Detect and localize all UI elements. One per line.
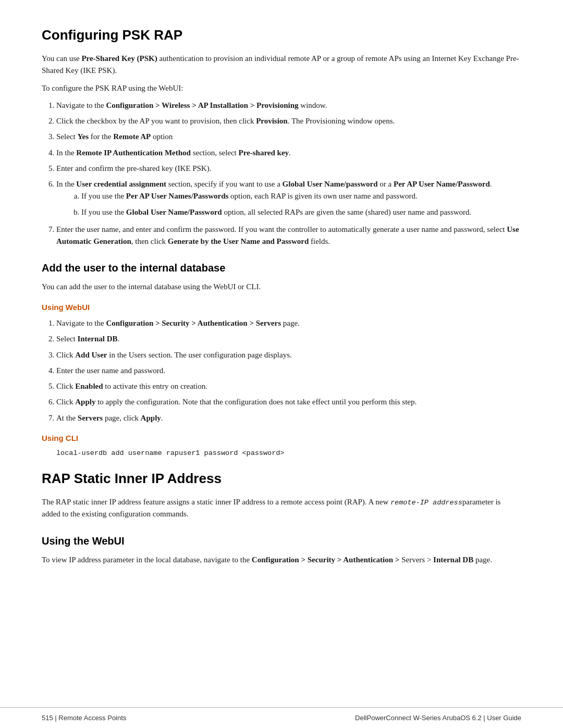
add-user-cli-title: Using CLI — [42, 433, 521, 445]
add-user-step-1: Navigate to the Configuration > Security… — [56, 317, 521, 329]
step-2: Click the checkbox by the AP you want to… — [56, 115, 521, 127]
footer-right: DellPowerConnect W-Series ArubaOS 6.2 | … — [355, 713, 521, 723]
add-user-step-6: Click Apply to apply the configuration. … — [56, 396, 521, 408]
step6-bold2: Global User Name/password — [283, 180, 378, 188]
step4-bold1: Remote IP Authentication Method — [76, 149, 191, 157]
au-step5-bold: Enabled — [75, 382, 103, 390]
step-1: Navigate to the Configuration > Wireless… — [56, 100, 521, 112]
rap-webui-bold: Configuration > Security > Authenticatio… — [252, 556, 400, 564]
step1-bold: Configuration > Wireless > AP Installati… — [106, 101, 298, 109]
psk-steps-list: Navigate to the Configuration > Wireless… — [56, 100, 521, 248]
step-5: Enter and confirm the pre-shared key (IK… — [56, 163, 521, 175]
add-user-step-4: Enter the user name and password. — [56, 365, 521, 377]
step3-bold2: Remote AP — [113, 132, 151, 141]
step6b-bold: Global User Name/Password — [126, 208, 222, 216]
configuring-psk-rap-section: Configuring PSK RAP You can use Pre-Shar… — [42, 25, 521, 248]
step3-bold1: Yes — [77, 132, 89, 141]
page-container: Configuring PSK RAP You can use Pre-Shar… — [0, 0, 563, 728]
rap-static-intro: The RAP static inner IP address feature … — [42, 496, 521, 521]
add-user-webui-title: Using WebUI — [42, 302, 521, 314]
add-user-step-5: Click Enabled to activate this entry on … — [56, 380, 521, 392]
rap-italic: remote-IP address — [390, 499, 462, 507]
add-user-intro: You can add the user to the internal dat… — [42, 281, 521, 293]
psk-bold: Pre-Shared Key (PSK) — [81, 54, 157, 63]
step-6: In the User credential assignment sectio… — [56, 178, 521, 218]
cli-code-block: local-userdb add username rapuser1 passw… — [56, 448, 521, 459]
step6a: If you use the Per AP User Names/Passwor… — [81, 190, 521, 202]
step6a-bold: Per AP User Names/Passwords — [126, 192, 229, 200]
rap-static-title: RAP Static Inner IP Address — [42, 468, 521, 489]
step7-bold2: Generate by the User Name and Password — [168, 237, 309, 245]
add-user-step-7: At the Servers page, click Apply. — [56, 412, 521, 424]
au-step1-bold: Configuration > Security > Authenticatio… — [106, 319, 281, 327]
page-footer: 515 | Remote Access Points DellPowerConn… — [0, 707, 563, 729]
page-title: Configuring PSK RAP — [42, 25, 521, 45]
au-step6-bold: Apply — [75, 398, 95, 406]
rap-static-webui-text: To view IP address parameter in the loca… — [42, 554, 521, 566]
au-step7-bold1: Servers — [78, 414, 103, 422]
rap-webui-bold2: Internal DB — [433, 556, 473, 564]
step-7: Enter the user name, and enter and confi… — [56, 224, 521, 248]
rap-static-webui-title: Using the WebUI — [42, 533, 521, 549]
add-user-title: Add the user to the internal database — [42, 260, 521, 276]
add-user-step-3: Click Add User in the Users section. The… — [56, 349, 521, 361]
au-step3-bold: Add User — [75, 351, 107, 359]
step4-bold2: Pre-shared key — [239, 149, 289, 157]
step6-substeps: If you use the Per AP User Names/Passwor… — [81, 190, 521, 218]
step-4: In the Remote IP Authentication Method s… — [56, 147, 521, 159]
add-user-step-2: Select Internal DB. — [56, 333, 521, 345]
step-3: Select Yes for the Remote AP option — [56, 131, 521, 143]
au-step2-bold: Internal DB — [77, 335, 117, 343]
add-user-section: Add the user to the internal database Yo… — [42, 260, 521, 459]
step6-bold1: User credential assignment — [76, 180, 166, 188]
au-step7-bold2: Apply — [141, 414, 161, 422]
step6-bold3: Per AP User Name/Password — [394, 180, 490, 188]
step2-bold: Provision — [256, 117, 288, 125]
footer-left: 515 | Remote Access Points — [42, 713, 126, 723]
intro-paragraph: You can use Pre-Shared Key (PSK) authent… — [42, 53, 521, 77]
webui-intro: To configure the PSK RAP using the WebUI… — [42, 82, 521, 94]
step6b: If you use the Global User Name/Password… — [81, 206, 521, 218]
rap-static-section: RAP Static Inner IP Address The RAP stat… — [42, 468, 521, 566]
add-user-webui-steps: Navigate to the Configuration > Security… — [56, 317, 521, 424]
